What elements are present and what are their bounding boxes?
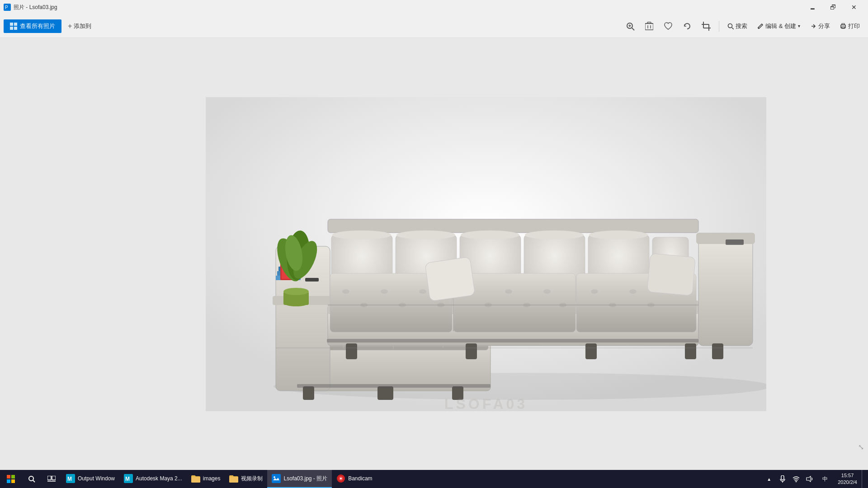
svg-point-67 (381, 289, 388, 294)
search-taskbar-icon (28, 475, 35, 483)
search-icon (727, 23, 734, 29)
svg-point-107 (29, 476, 33, 481)
edit-create-button[interactable]: 编辑 & 创建 ▾ (753, 19, 805, 33)
maximize-button[interactable]: 🗗 (823, 0, 844, 14)
video-folder-icon (229, 474, 238, 483)
svg-rect-109 (47, 476, 51, 480)
svg-point-60 (589, 230, 648, 239)
taskbar-item-output-window[interactable]: M Output Window (61, 470, 119, 488)
folder-icon (191, 474, 200, 483)
svg-rect-86 (698, 237, 753, 346)
plus-icon: + (68, 22, 72, 30)
svg-text:LSOFA03: LSOFA03 (444, 396, 528, 411)
rotate-button[interactable] (678, 17, 696, 35)
svg-point-77 (543, 289, 551, 294)
svg-point-75 (505, 289, 512, 294)
search-taskbar-button[interactable] (22, 470, 42, 488)
window-title: 照片 - Lsofa03.jpg (14, 4, 57, 11)
svg-point-82 (629, 289, 637, 294)
task-view-button[interactable] (42, 470, 61, 488)
svg-rect-100 (297, 384, 491, 388)
images-label: images (203, 475, 221, 482)
task-view-icon (47, 476, 56, 482)
taskbar-item-images[interactable]: images (187, 470, 225, 488)
add-to-button[interactable]: + 添加到 (63, 19, 96, 33)
svg-rect-3 (14, 23, 17, 26)
zoom-in-button[interactable] (621, 17, 639, 35)
svg-rect-116 (272, 474, 281, 483)
edit-icon (757, 23, 764, 29)
svg-marker-124 (807, 476, 811, 482)
search-button[interactable]: 搜索 (723, 19, 752, 33)
right-tools: 搜索 编辑 & 创建 ▾ 分享 打印 (723, 19, 864, 33)
toolbar-divider-1 (719, 21, 719, 32)
app-icon: P (4, 4, 11, 11)
taskbar-items: M Output Window M Autodesk Maya 2... (61, 470, 763, 488)
center-tools (621, 17, 715, 35)
view-all-photos-button[interactable]: 查看所有照片 (4, 19, 61, 33)
svg-rect-2 (10, 23, 13, 26)
title-bar-controls: 🗕 🗗 ✕ (802, 0, 864, 14)
svg-rect-104 (11, 475, 15, 479)
svg-text:M: M (125, 476, 130, 482)
svg-point-54 (396, 230, 455, 239)
svg-rect-96 (685, 343, 696, 359)
show-hidden-icons-button[interactable]: ▲ (763, 472, 775, 486)
svg-rect-105 (7, 479, 10, 483)
taskbar-item-video[interactable]: 视频录制 (225, 470, 267, 488)
start-button[interactable] (0, 470, 22, 488)
svg-point-120 (340, 478, 342, 479)
microphone-icon[interactable] (776, 472, 789, 486)
delete-icon (645, 22, 653, 31)
svg-rect-25 (842, 23, 844, 25)
svg-rect-10 (645, 23, 653, 30)
share-icon (810, 23, 816, 29)
maya-label: Autodesk Maya 2... (136, 475, 182, 482)
svg-text:P: P (5, 5, 8, 10)
volume-icon[interactable] (803, 472, 816, 486)
system-clock[interactable]: 15:57 2020/2/4 (834, 470, 861, 488)
svg-line-7 (632, 28, 634, 30)
taskbar-item-bandicam[interactable]: Bandicam (332, 470, 377, 488)
svg-rect-14 (647, 22, 651, 23)
photos-app-icon (272, 474, 281, 483)
rotate-icon (683, 22, 692, 31)
close-button[interactable]: ✕ (844, 0, 864, 14)
svg-rect-89 (303, 386, 314, 400)
bandicam-label: Bandicam (348, 475, 372, 482)
zoom-icon (626, 22, 635, 31)
share-button[interactable]: 分享 (806, 19, 835, 33)
print-button[interactable]: 打印 (835, 19, 864, 33)
svg-rect-85 (647, 253, 695, 295)
crop-button[interactable] (697, 17, 715, 35)
svg-point-56 (461, 230, 519, 239)
show-desktop-button[interactable] (862, 470, 864, 488)
svg-line-108 (33, 480, 35, 482)
output-window-label: Output Window (78, 475, 115, 482)
svg-point-123 (796, 481, 797, 483)
taskbar-item-maya[interactable]: M Autodesk Maya 2... (119, 470, 187, 488)
maya-small-icon: M (66, 474, 75, 483)
svg-rect-103 (7, 475, 10, 479)
svg-point-69 (419, 289, 426, 294)
svg-rect-110 (52, 476, 56, 480)
resize-handle[interactable]: ⤡ (858, 443, 866, 451)
svg-rect-92 (382, 386, 393, 400)
minimize-button[interactable]: 🗕 (802, 0, 823, 14)
image-container: LSOFA03 (206, 97, 766, 411)
taskbar-item-photos[interactable]: Lsofa03.jpg - 照片 (267, 470, 332, 488)
network-icon[interactable] (790, 472, 802, 486)
language-indicator[interactable]: 中 (817, 472, 833, 486)
svg-rect-88 (726, 239, 744, 245)
svg-line-20 (732, 28, 734, 29)
video-label: 视频录制 (241, 475, 263, 483)
svg-point-19 (728, 23, 732, 28)
svg-rect-97 (712, 343, 723, 359)
heart-button[interactable] (659, 17, 677, 35)
title-bar: P 照片 - Lsofa03.jpg 🗕 🗗 ✕ (0, 0, 868, 14)
windows-icon (7, 475, 15, 483)
svg-rect-106 (11, 479, 15, 483)
svg-rect-50 (328, 219, 698, 233)
print-icon (840, 23, 846, 29)
delete-button[interactable] (640, 17, 658, 35)
